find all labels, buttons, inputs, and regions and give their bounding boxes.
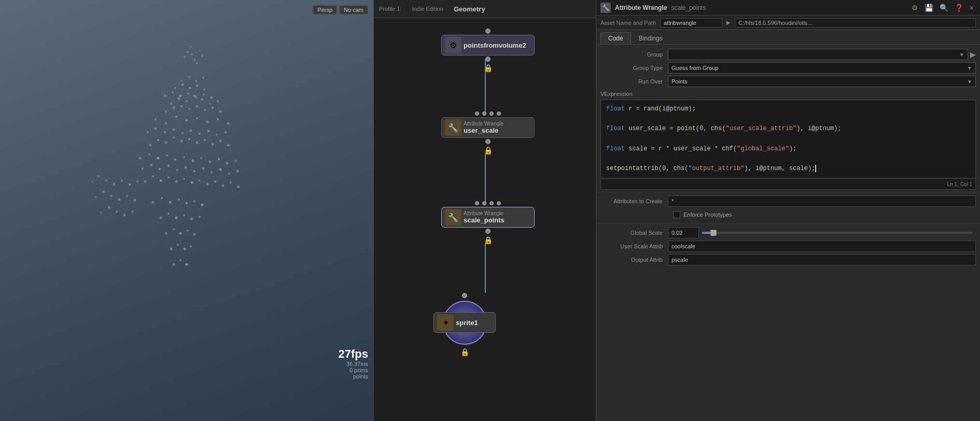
svg-point-46 bbox=[237, 186, 240, 188]
node-scale-points[interactable]: 🔧 Attribute Wrangle scale_points 🔒 bbox=[441, 201, 535, 244]
svg-point-129 bbox=[116, 210, 118, 213]
svg-point-49 bbox=[175, 116, 177, 118]
svg-point-141 bbox=[164, 95, 166, 97]
ms-display: 36.37ms bbox=[339, 361, 368, 367]
global-scale-slider-track[interactable] bbox=[702, 232, 973, 234]
code-line-3: float user_scale = point(0, chs("user_sc… bbox=[606, 124, 970, 134]
svg-point-134 bbox=[195, 80, 197, 82]
asset-name-input[interactable] bbox=[660, 18, 722, 27]
save-action-button[interactable]: 💾 bbox=[922, 3, 935, 13]
svg-point-78 bbox=[150, 164, 153, 166]
code-editor[interactable]: float r = rand(i@ptnum); float user_scal… bbox=[600, 100, 976, 178]
tabs-row: Code Bindings bbox=[596, 30, 980, 45]
search-action-button[interactable]: 🔍 bbox=[937, 3, 950, 13]
svg-point-73 bbox=[209, 161, 212, 163]
tab-bindings[interactable]: Bindings bbox=[631, 32, 670, 44]
enforce-prototypes-label: Enforce Prototypes bbox=[683, 212, 732, 218]
settings-action-button[interactable]: ⚙ bbox=[909, 3, 920, 13]
node-input-connector bbox=[489, 201, 494, 205]
svg-point-147 bbox=[211, 96, 213, 99]
node-lock-icon: 🔒 bbox=[460, 348, 469, 356]
svg-point-143 bbox=[179, 95, 182, 97]
run-over-dropdown[interactable]: Points ▼ bbox=[668, 76, 976, 87]
svg-point-131 bbox=[131, 210, 133, 213]
svg-point-53 bbox=[217, 118, 219, 120]
group-expand-icon[interactable]: ▶ bbox=[970, 50, 976, 59]
attrs-to-create-input[interactable] bbox=[668, 195, 976, 207]
svg-point-42 bbox=[206, 183, 209, 186]
svg-point-102 bbox=[165, 232, 167, 235]
svg-point-8 bbox=[170, 103, 172, 105]
svg-point-59 bbox=[181, 132, 184, 134]
svg-point-99 bbox=[183, 214, 185, 216]
geometry-type-label: Geometry bbox=[454, 5, 485, 13]
rph-left: 🔧 Attribute Wrangle scale_points bbox=[600, 3, 706, 13]
node-type: Attribute Wrangle bbox=[464, 210, 505, 216]
svg-point-65 bbox=[139, 157, 142, 160]
svg-point-125 bbox=[126, 195, 128, 197]
tab-code[interactable]: Code bbox=[600, 32, 631, 44]
svg-point-75 bbox=[226, 162, 229, 165]
svg-point-113 bbox=[186, 263, 188, 266]
attrs-to-create-value bbox=[668, 195, 976, 207]
camera-button[interactable]: No cam bbox=[339, 5, 368, 15]
svg-point-91 bbox=[169, 201, 172, 204]
svg-point-112 bbox=[179, 259, 181, 261]
svg-point-41 bbox=[199, 179, 201, 181]
help-action-button[interactable]: ❓ bbox=[953, 3, 965, 13]
svg-point-96 bbox=[160, 217, 162, 219]
svg-point-137 bbox=[181, 83, 184, 86]
svg-point-116 bbox=[105, 179, 107, 181]
svg-point-31 bbox=[212, 143, 214, 146]
svg-point-5 bbox=[202, 55, 203, 57]
separator bbox=[596, 192, 980, 192]
svg-point-36 bbox=[160, 179, 162, 182]
svg-point-1 bbox=[199, 50, 201, 52]
node-output-connector bbox=[485, 229, 491, 234]
svg-point-48 bbox=[165, 122, 167, 125]
svg-point-23 bbox=[149, 144, 152, 147]
svg-point-109 bbox=[184, 248, 186, 250]
svg-point-16 bbox=[173, 107, 175, 109]
global-scale-input[interactable] bbox=[668, 227, 699, 238]
output-attrib-value bbox=[668, 254, 976, 265]
group-type-dropdown[interactable]: Guess from Group ▼ bbox=[668, 62, 976, 74]
asset-path-input[interactable] bbox=[735, 18, 976, 27]
global-scale-slider-fill bbox=[702, 232, 710, 234]
global-scale-slider-thumb[interactable] bbox=[710, 230, 717, 236]
svg-point-114 bbox=[91, 180, 93, 183]
persp-button[interactable]: Persp bbox=[313, 5, 337, 15]
node-input-connector bbox=[475, 201, 479, 205]
run-over-value: Points ▼ bbox=[668, 76, 976, 87]
svg-point-88 bbox=[236, 170, 239, 173]
node-label-group: Attribute Wrangle scale_points bbox=[464, 210, 505, 224]
node-pointsfromvolume2[interactable]: ⚙ pointsfromvolume2 🔒 bbox=[441, 29, 535, 72]
group-dropdown[interactable]: ▼ bbox=[668, 49, 968, 60]
viewport-controls: Persp No cam bbox=[313, 5, 368, 15]
output-attrib-input[interactable] bbox=[668, 254, 976, 265]
attrs-to-create-row: Attributes to Create bbox=[596, 194, 980, 208]
svg-point-104 bbox=[179, 232, 182, 235]
svg-point-103 bbox=[173, 228, 175, 230]
svg-point-108 bbox=[177, 244, 179, 246]
svg-point-70 bbox=[183, 156, 185, 158]
svg-point-64 bbox=[225, 131, 227, 134]
node-graph-header: Profile 1: Indie Edition Geometry bbox=[374, 0, 596, 18]
close-action-button[interactable]: × bbox=[968, 3, 976, 13]
node-icon: 🔧 bbox=[445, 209, 461, 226]
node-user-scale[interactable]: 🔧 Attribute Wrangle user_scale 🔒 bbox=[441, 111, 535, 155]
svg-point-45 bbox=[230, 181, 232, 184]
node-input-connector bbox=[482, 111, 486, 116]
svg-point-79 bbox=[159, 168, 161, 170]
enforce-prototypes-checkbox[interactable] bbox=[673, 211, 680, 218]
vexpression-label-row: VExpression bbox=[596, 88, 980, 99]
svg-point-52 bbox=[206, 121, 209, 123]
svg-point-77 bbox=[142, 167, 144, 170]
user-scale-attrib-input[interactable] bbox=[668, 241, 976, 252]
svg-point-25 bbox=[165, 142, 167, 144]
svg-point-13 bbox=[209, 103, 211, 105]
svg-point-136 bbox=[174, 87, 176, 89]
node-sprite1[interactable]: ✦ sprite1 🔒 bbox=[441, 293, 488, 356]
svg-point-107 bbox=[170, 248, 173, 250]
svg-point-90 bbox=[161, 197, 163, 199]
